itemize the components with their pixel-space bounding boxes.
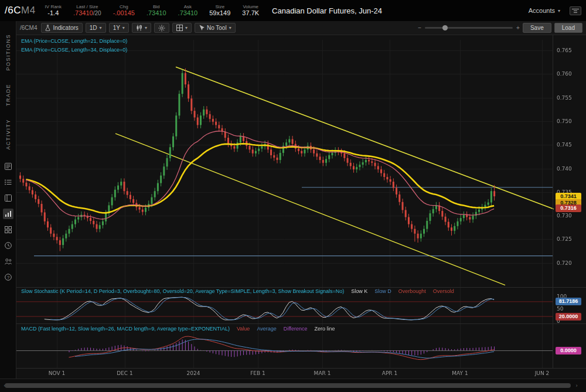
zoom-in-button[interactable]: + <box>516 25 520 31</box>
trading-platform-window: /6CM4 IV Rank-1.4 Last / Size.73410/20 C… <box>0 0 586 392</box>
macd-settings-label[interactable]: MACD (Fast length=12, Slow length=26, MA… <box>21 326 230 332</box>
symbol-root: /6C <box>5 5 21 16</box>
size-field: Size59x149 <box>209 4 230 17</box>
slow-d-legend: Slow D <box>374 288 391 294</box>
help-icon[interactable]: ? <box>3 272 13 282</box>
overbought-legend: Overbought <box>398 288 426 294</box>
chart-toolbar: /6CM4 Indicators 1D▾ 1Y▾ ▾ ▾ No Tool ▾ −… <box>16 21 586 35</box>
candlestick-icon <box>136 25 142 31</box>
macd-label-row: MACD (Fast length=12, Slow length=26, MA… <box>21 326 551 332</box>
chevron-down-icon: ▾ <box>185 25 188 30</box>
sidebar-tab-trade[interactable]: TRADE <box>5 84 11 106</box>
chevron-down-icon: ▾ <box>122 25 125 30</box>
chevron-down-icon: ▾ <box>145 25 147 30</box>
grid-icon[interactable] <box>3 224 13 235</box>
hamburger-menu-icon[interactable] <box>570 6 581 15</box>
layout-grid-icon <box>176 25 183 31</box>
difference-legend: Difference <box>284 326 308 332</box>
watchlist-icon[interactable] <box>3 193 13 203</box>
symbol-label: /6CM4 <box>5 5 36 16</box>
sidebar-tab-positions[interactable]: POSITIONS <box>5 34 11 71</box>
stoch-legend: Slow KSlow DOverboughtOversold <box>344 288 454 294</box>
clock-icon[interactable] <box>3 240 13 251</box>
sidebar-icon-rail: ? <box>3 161 13 282</box>
chart-type-dropdown[interactable]: ▾ <box>132 23 151 33</box>
chevron-down-icon: ▾ <box>100 25 102 30</box>
value-legend: Value <box>237 326 250 332</box>
gear-icon <box>158 25 165 32</box>
toolbar-symbol: /6CM4 <box>20 25 37 31</box>
chevron-down-icon: ▾ <box>558 8 560 13</box>
people-icon[interactable] <box>3 256 13 267</box>
last-size-field: Last / Size.73410/20 <box>73 4 101 17</box>
chart-settings-button[interactable] <box>154 23 169 33</box>
instrument-title: Canadian Dollar Futures, Jun-24 <box>272 6 382 15</box>
accounts-menu[interactable]: Accounts ▾ <box>529 7 560 14</box>
iv-rank-field: IV Rank-1.4 <box>45 4 62 17</box>
drawing-tool-dropdown[interactable]: No Tool ▾ <box>195 23 236 33</box>
cursor-icon <box>199 25 205 31</box>
zoom-out-button[interactable]: − <box>418 25 421 31</box>
layout-dropdown[interactable]: ▾ <box>172 23 192 33</box>
stoch-label-row: Slow Stochastic (K Period=14, D Period=3… <box>21 288 551 294</box>
stoch-settings-label[interactable]: Slow Stochastic (K Period=14, D Period=3… <box>21 288 344 294</box>
timeframe-dropdown[interactable]: 1D▾ <box>86 23 106 33</box>
zoom-slider-thumb[interactable] <box>442 25 448 30</box>
change-field: Chg-.00145 <box>113 4 135 17</box>
average-legend: Average <box>257 326 276 332</box>
oversold-legend: Oversold <box>433 288 454 294</box>
quote-fields: IV Rank-1.4 Last / Size.73410/20 Chg-.00… <box>45 4 260 17</box>
bid-field: Bid.73410 <box>146 4 166 17</box>
svg-text:?: ? <box>6 275 9 280</box>
zoom-slider[interactable] <box>425 27 513 29</box>
macd-legend: ValueAverageDifferenceZero line <box>230 326 335 332</box>
time-scrollbar[interactable]: ‹ › <box>0 379 586 392</box>
ema34-label[interactable]: EMA (Price=CLOSE, Length=34, Displace=0) <box>21 47 127 53</box>
ema21-label[interactable]: EMA (Price=CLOSE, Length=21, Displace=0) <box>21 38 127 44</box>
load-button[interactable]: Load <box>554 23 582 33</box>
scrollbar-thumb[interactable] <box>5 383 571 388</box>
volume-field: Volume37.7K <box>242 4 259 17</box>
chart-icon[interactable] <box>3 209 13 219</box>
zero-line-legend: Zero line <box>315 326 335 332</box>
slow-k-legend: Slow K <box>351 288 367 294</box>
journal-icon[interactable] <box>3 161 13 172</box>
list-icon[interactable] <box>3 177 13 188</box>
ask-field: Ask.73410 <box>178 4 198 17</box>
save-button[interactable]: Save <box>523 23 551 33</box>
left-sidebar: POSITIONS TRADE ACTIVITY ? <box>0 21 16 379</box>
range-dropdown[interactable]: 1Y▾ <box>109 23 129 33</box>
quote-header: /6CM4 IV Rank-1.4 Last / Size.73410/20 C… <box>0 0 586 21</box>
flask-icon <box>45 25 50 31</box>
indicators-button[interactable]: Indicators <box>41 23 82 33</box>
sidebar-tab-activity[interactable]: ACTIVITY <box>5 119 11 150</box>
scroll-right-arrow[interactable]: › <box>573 382 580 389</box>
chevron-down-icon: ▾ <box>229 25 231 30</box>
zoom-control: − + <box>418 25 520 31</box>
symbol-expiry: M4 <box>21 5 36 16</box>
chart-area: EMA (Price=CLOSE, Length=21, Displace=0)… <box>16 35 586 379</box>
